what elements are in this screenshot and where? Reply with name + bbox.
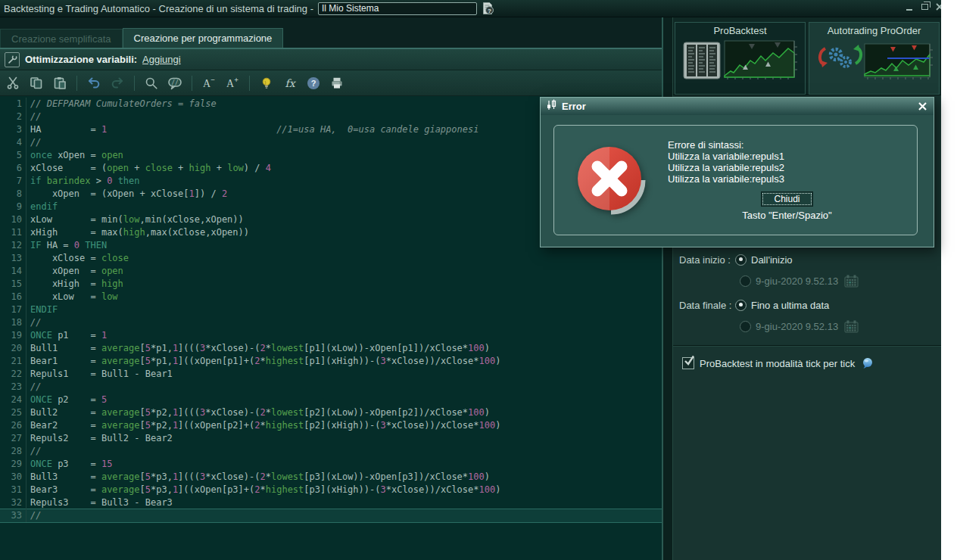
date-end-row: Data finale : Fino a ultima data bbox=[679, 297, 941, 313]
code-line[interactable]: 16 xLow = low bbox=[0, 291, 662, 303]
code-line[interactable]: 25Bull2 = average[5*p2,1](((3*xClose)-(2… bbox=[0, 406, 662, 419]
error-message-panel: Errore di sintassi: Utilizza la variabil… bbox=[553, 125, 918, 235]
search-icon[interactable] bbox=[143, 74, 160, 92]
code-line[interactable]: 20Bull1 = average[5*p1,1](((3*xClose)-(2… bbox=[0, 342, 662, 355]
tick-info-bubble-icon[interactable] bbox=[862, 357, 874, 369]
error-dialog-titlebar[interactable]: Error bbox=[541, 98, 934, 115]
code-line[interactable]: 21Bear1 = average[5*p1,1]((xOpen[p1]+(2*… bbox=[0, 355, 662, 368]
code-line[interactable]: 26Bear2 = average[5*p2,1]((xOpen[p2]+(2*… bbox=[0, 419, 662, 432]
restore-button[interactable] bbox=[918, 1, 931, 13]
code-line[interactable]: 23// bbox=[0, 381, 662, 394]
document-help-icon[interactable]: ? bbox=[481, 2, 494, 15]
add-variable-link[interactable]: Aggiungi bbox=[142, 54, 181, 65]
tab-creazione-programmazione[interactable]: Creazione per programmazione bbox=[123, 28, 284, 48]
toolbar-separator bbox=[192, 76, 192, 91]
cut-icon[interactable] bbox=[5, 74, 21, 92]
line-number: 26 bbox=[0, 419, 26, 432]
code-text: Repuls3 = Bull3 - Bear3 bbox=[26, 496, 662, 509]
code-line[interactable]: 13 xClose = close bbox=[0, 252, 662, 265]
help-icon[interactable]: ? bbox=[305, 74, 322, 92]
function-icon[interactable]: fx bbox=[282, 74, 298, 92]
candlestick-icon bbox=[546, 99, 557, 114]
date-end-label: Data finale : bbox=[679, 300, 735, 311]
line-number: 22 bbox=[0, 368, 26, 381]
code-text: Bear1 = average[5*p1,1]((xOpen[p1]+(2*hi… bbox=[26, 355, 662, 368]
code-line[interactable]: 22Repuls1 = Bull1 - Bear1 bbox=[0, 368, 662, 381]
code-text: Bear2 = average[5*p2,1]((xOpen[p2]+(2*hi… bbox=[26, 419, 662, 432]
line-number: 4 bbox=[0, 136, 26, 149]
line-number: 2 bbox=[0, 110, 26, 123]
code-line[interactable]: 33// bbox=[0, 509, 662, 522]
code-line[interactable]: 18// bbox=[0, 316, 662, 329]
screen: Backtesting e Trading Automatico - Creaz… bbox=[0, 0, 957, 560]
date-end-custom-radio[interactable] bbox=[740, 321, 751, 332]
paste-icon[interactable] bbox=[51, 74, 68, 92]
code-line[interactable]: 32Repuls3 = Bull3 - Bear3 bbox=[0, 496, 662, 509]
print-icon[interactable] bbox=[329, 74, 345, 92]
close-window-button[interactable] bbox=[934, 1, 941, 13]
date-end-custom-row: 9-giu-2020 9.52.13 bbox=[679, 317, 941, 335]
tab-creazione-semplificata[interactable]: Creazione semplificata bbox=[0, 29, 123, 48]
date-start-custom-row: 9-giu-2020 9.52.13 bbox=[679, 272, 941, 290]
error-message-line: Utilizza la variabile:repuls1 bbox=[668, 151, 906, 162]
line-number: 21 bbox=[0, 355, 26, 368]
code-text: // bbox=[26, 509, 662, 522]
tick-mode-checkbox[interactable] bbox=[682, 357, 694, 369]
toolbar-separator bbox=[76, 76, 77, 91]
date-end-until-last-radio[interactable] bbox=[735, 300, 747, 311]
optimization-row: Ottimizzazione variabili: Aggiungi bbox=[0, 49, 662, 70]
code-line[interactable]: 24ONCE p2 = 5 bbox=[0, 394, 662, 406]
code-line[interactable]: 17ENDIF bbox=[0, 303, 662, 316]
copy-icon[interactable] bbox=[28, 74, 45, 92]
code-line[interactable]: 28// bbox=[0, 445, 662, 458]
redo-icon[interactable] bbox=[109, 74, 126, 92]
line-number: 15 bbox=[0, 278, 26, 291]
error-dialog-title: Error bbox=[562, 101, 916, 112]
system-name-input[interactable] bbox=[318, 2, 477, 15]
increase-font-icon[interactable]: A+ bbox=[224, 74, 241, 92]
line-number: 32 bbox=[0, 496, 26, 509]
error-dialog-close-icon[interactable] bbox=[916, 101, 928, 113]
code-text: ENDIF bbox=[26, 303, 662, 316]
date-start-calendar-icon[interactable] bbox=[844, 275, 859, 288]
code-line[interactable]: 31Bear3 = average[5*p3,1]((xOpen[p3]+(2*… bbox=[0, 484, 662, 496]
autotrading-proorder-card[interactable]: Autotrading ProOrder bbox=[809, 22, 940, 95]
editor-toolbar: //A−A+fx? bbox=[0, 70, 662, 96]
code-text: xOpen = open bbox=[26, 265, 662, 278]
line-number: 12 bbox=[0, 239, 26, 252]
date-end-calendar-icon[interactable] bbox=[844, 320, 859, 333]
code-line[interactable]: 15 xHigh = high bbox=[0, 278, 662, 291]
line-number: 18 bbox=[0, 316, 26, 329]
comment-icon[interactable]: // bbox=[167, 74, 183, 92]
minimize-button[interactable] bbox=[903, 1, 915, 13]
close-error-button[interactable]: Chiudi bbox=[761, 191, 812, 207]
line-number: 6 bbox=[0, 162, 26, 175]
code-line[interactable]: 29ONCE p3 = 15 bbox=[0, 458, 662, 471]
code-line[interactable]: 27Repuls2 = Bull2 - Bear2 bbox=[0, 432, 662, 445]
date-start-from-beginning-radio[interactable] bbox=[735, 254, 747, 266]
error-message-line: Utilizza la variabile:repuls3 bbox=[668, 173, 906, 185]
line-number: 13 bbox=[0, 252, 26, 265]
lightbulb-icon[interactable] bbox=[258, 74, 275, 92]
line-number: 14 bbox=[0, 265, 26, 278]
line-number: 33 bbox=[0, 509, 26, 522]
error-message-line: Utilizza la variabile:repuls2 bbox=[668, 162, 906, 173]
line-number: 28 bbox=[0, 445, 26, 458]
undo-icon[interactable] bbox=[86, 74, 102, 92]
error-x-icon bbox=[554, 141, 668, 219]
date-start-custom-radio[interactable] bbox=[740, 275, 751, 287]
code-line[interactable]: 30Bull3 = average[5*p3,1](((3*xClose)-(2… bbox=[0, 471, 662, 484]
probacktest-card[interactable]: ProBacktest bbox=[675, 22, 806, 95]
code-text: xLow = low bbox=[26, 291, 662, 303]
code-line[interactable]: 14 xOpen = open bbox=[0, 265, 662, 278]
probacktest-chart-icon bbox=[681, 38, 800, 86]
svg-text://: // bbox=[171, 79, 179, 86]
decrease-font-icon[interactable]: A− bbox=[201, 74, 217, 92]
code-line[interactable]: 19ONCE p1 = 1 bbox=[0, 329, 662, 342]
app-window: Backtesting e Trading Automatico - Creaz… bbox=[0, 0, 941, 560]
window-controls bbox=[903, 1, 941, 13]
line-number: 19 bbox=[0, 329, 26, 342]
line-number: 23 bbox=[0, 381, 26, 394]
date-start-row: Data inizio : Dall'inizio bbox=[679, 251, 941, 268]
code-text: Bull2 = average[5*p2,1](((3*xClose)-(2*l… bbox=[26, 406, 662, 419]
